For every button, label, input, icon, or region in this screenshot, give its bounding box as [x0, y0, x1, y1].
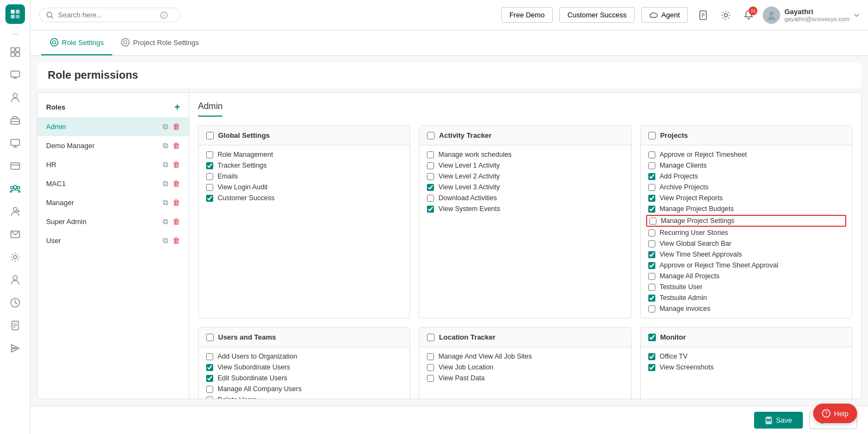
copy-user-icon[interactable]: ⧉: [163, 236, 168, 245]
checkbox-manage-work-schedules[interactable]: [427, 151, 434, 158]
tv-icon[interactable]: [5, 65, 25, 85]
save-button[interactable]: Save: [754, 412, 803, 429]
help-button[interactable]: ? Help: [813, 404, 857, 423]
agent-button[interactable]: Agent: [641, 7, 688, 23]
delete-role-icon[interactable]: 🗑: [173, 122, 180, 131]
monitor-icon[interactable]: [5, 133, 25, 153]
delete-demo-icon[interactable]: 🗑: [173, 141, 180, 150]
checkbox-view-screenshots[interactable]: [648, 364, 655, 371]
role-item-demo-manager[interactable]: Demo Manager ⧉ 🗑: [37, 136, 189, 155]
checkbox-manage-invoices[interactable]: [648, 305, 655, 312]
user-info[interactable]: Gayathri gayathri@snovasys.com: [763, 7, 859, 24]
copy-mac1-icon[interactable]: ⧉: [163, 179, 168, 188]
svg-point-43: [769, 11, 774, 16]
checkbox-global-settings[interactable]: [206, 132, 214, 139]
checkbox-office-tv[interactable]: [648, 353, 655, 360]
checkbox-view-job-location[interactable]: [427, 364, 434, 371]
checkbox-manage-project-settings[interactable]: [649, 218, 656, 225]
checkbox-download-activities[interactable]: [427, 195, 434, 202]
checkbox-activity-tracker[interactable]: [427, 132, 435, 139]
app-logo[interactable]: [5, 4, 25, 24]
role-item-manager[interactable]: Manager ⧉ 🗑: [37, 193, 189, 212]
customer-success-button[interactable]: Customer Success: [559, 7, 635, 23]
sidebar-more[interactable]: ···: [11, 29, 18, 39]
free-demo-button[interactable]: Free Demo: [501, 7, 553, 23]
gear-icon-button[interactable]: [717, 7, 735, 24]
copy-role-icon[interactable]: ⧉: [163, 122, 168, 131]
copy-super-admin-icon[interactable]: ⧉: [163, 217, 168, 226]
checkbox-tracker-settings[interactable]: [206, 162, 213, 169]
send-icon[interactable]: [5, 339, 25, 358]
tab-role-settings[interactable]: Role Settings: [41, 30, 112, 55]
checkbox-manage-clients[interactable]: [648, 162, 655, 169]
checkbox-view-project-reports[interactable]: [648, 195, 655, 202]
checkbox-manage-project-budgets[interactable]: [648, 206, 655, 213]
mail-icon[interactable]: [5, 225, 25, 244]
settings-icon[interactable]: [5, 247, 25, 267]
briefcase-icon[interactable]: [5, 111, 25, 130]
checkbox-view-level3[interactable]: [427, 184, 434, 191]
checkbox-view-level2[interactable]: [427, 173, 434, 180]
staff-icon[interactable]: [5, 202, 25, 221]
checkbox-approve-reject-timesheet-approval[interactable]: [648, 262, 655, 269]
checkbox-delete-users[interactable]: [206, 397, 213, 399]
delete-super-admin-icon[interactable]: 🗑: [173, 217, 180, 226]
tab-project-role-settings[interactable]: Project Role Settings: [112, 30, 207, 55]
checkbox-projects[interactable]: [648, 132, 656, 139]
document-icon-button[interactable]: [694, 7, 712, 24]
main-area: Free Demo Customer Success Agent 31: [30, 0, 868, 434]
checkbox-testsuite-admin[interactable]: [648, 295, 655, 302]
role-item-admin[interactable]: Admin ⧉ 🗑: [37, 117, 189, 136]
delete-hr-icon[interactable]: 🗑: [173, 160, 180, 169]
checkbox-edit-subordinate-users[interactable]: [206, 375, 213, 382]
copy-hr-icon[interactable]: ⧉: [163, 160, 168, 169]
checkbox-manage-all-company-users[interactable]: [206, 386, 213, 393]
checkbox-add-projects[interactable]: [648, 173, 655, 180]
checkbox-add-users-org[interactable]: [206, 353, 213, 360]
checkbox-testsuite-user[interactable]: [648, 284, 655, 291]
role-item-hr[interactable]: HR ⧉ 🗑: [37, 155, 189, 174]
report-icon[interactable]: [5, 316, 25, 335]
checkbox-view-login-audit[interactable]: [206, 184, 213, 191]
checkbox-view-past-data[interactable]: [427, 375, 434, 382]
svg-point-19: [14, 186, 17, 189]
copy-manager-icon[interactable]: ⧉: [163, 198, 168, 207]
user-avatar: [763, 7, 780, 24]
checkbox-view-system-events[interactable]: [427, 206, 434, 213]
checkbox-recurring-user-stories[interactable]: [648, 229, 655, 237]
delete-manager-icon[interactable]: 🗑: [173, 198, 180, 207]
checkbox-location-tracker[interactable]: [427, 334, 435, 341]
person-icon[interactable]: [5, 88, 25, 107]
search-input[interactable]: [58, 11, 156, 19]
checkbox-view-timesheet-approvals[interactable]: [648, 251, 655, 258]
checkbox-approve-reject-timesheet[interactable]: [648, 151, 655, 158]
notification-icon-button[interactable]: 31: [740, 7, 757, 24]
checkbox-view-level1[interactable]: [427, 162, 434, 169]
checkbox-role-management[interactable]: [206, 151, 213, 158]
checkbox-users-teams[interactable]: [206, 334, 214, 341]
delete-user-icon[interactable]: 🗑: [173, 236, 180, 245]
add-role-button[interactable]: +: [174, 101, 180, 113]
checkbox-view-subordinate-users[interactable]: [206, 364, 213, 371]
role-item-user[interactable]: User ⧉ 🗑: [37, 231, 189, 250]
admin-header: Admin: [198, 101, 222, 117]
delete-mac1-icon[interactable]: 🗑: [173, 179, 180, 188]
svg-point-11: [13, 93, 17, 98]
checkbox-monitor[interactable]: [648, 334, 656, 341]
role-item-super-admin[interactable]: Super Admin ⧉ 🗑: [37, 212, 189, 231]
team-icon[interactable]: [5, 179, 25, 199]
user2-icon[interactable]: [5, 270, 25, 290]
checkbox-emails[interactable]: [206, 173, 213, 180]
role-item-mac1[interactable]: MAC1 ⧉ 🗑: [37, 174, 189, 193]
clock-icon[interactable]: [5, 293, 25, 312]
checkbox-manage-all-projects[interactable]: [648, 273, 655, 280]
checkbox-customer-success[interactable]: [206, 195, 213, 202]
copy-demo-icon[interactable]: ⧉: [163, 141, 168, 150]
search-box[interactable]: [39, 8, 180, 22]
dashboard-icon[interactable]: [5, 42, 25, 62]
perm-manage-view-job-sites: Manage And View All Job Sites: [427, 353, 623, 360]
checkbox-manage-view-job-sites[interactable]: [427, 353, 434, 360]
checkbox-archive-projects[interactable]: [648, 184, 655, 191]
checkbox-view-global-search-bar[interactable]: [648, 240, 655, 247]
card-icon[interactable]: [5, 156, 25, 176]
